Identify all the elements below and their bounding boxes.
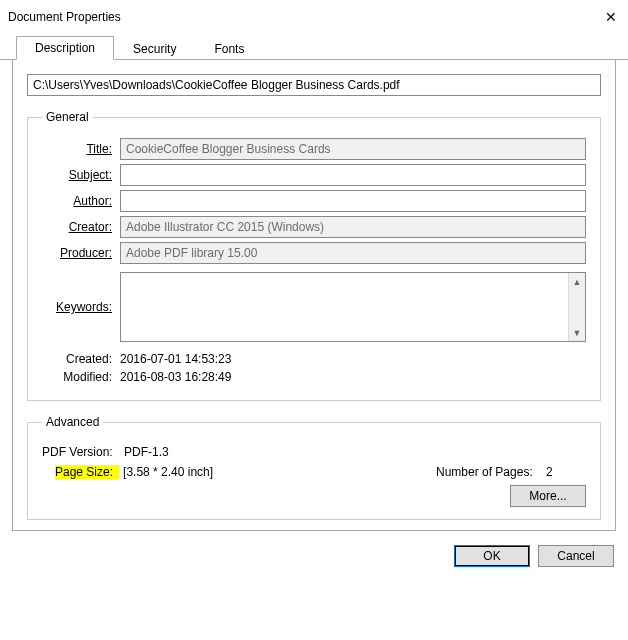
group-advanced: Advanced PDF Version: PDF-1.3 Page Size:… <box>27 415 601 520</box>
label-keywords: Keywords: <box>42 300 120 314</box>
group-general-legend: General <box>42 110 93 124</box>
close-icon[interactable]: ✕ <box>602 8 620 26</box>
value-num-pages: 2 <box>546 465 586 479</box>
label-num-pages: Number of Pages: <box>436 465 546 479</box>
window-title: Document Properties <box>8 10 121 24</box>
group-advanced-legend: Advanced <box>42 415 103 429</box>
producer-field[interactable] <box>120 242 586 264</box>
label-author: Author: <box>42 194 120 208</box>
label-created: Created: <box>42 352 120 366</box>
label-subject: Subject: <box>42 168 120 182</box>
tab-description[interactable]: Description <box>16 36 114 60</box>
label-title: Title: <box>42 142 120 156</box>
label-pdf-version: PDF Version: <box>42 445 124 459</box>
group-general: General Title: Subject: Author: Creator:… <box>27 110 601 401</box>
tab-fonts[interactable]: Fonts <box>195 37 263 60</box>
value-created: 2016-07-01 14:53:23 <box>120 352 586 366</box>
title-field[interactable] <box>120 138 586 160</box>
keywords-field[interactable] <box>120 272 586 342</box>
label-creator: Creator: <box>42 220 120 234</box>
label-producer: Producer: <box>42 246 120 260</box>
subject-field[interactable] <box>120 164 586 186</box>
cancel-button[interactable]: Cancel <box>538 545 614 567</box>
file-path-field[interactable] <box>27 74 601 96</box>
author-field[interactable] <box>120 190 586 212</box>
tabstrip: Description Security Fonts <box>0 28 628 60</box>
creator-field[interactable] <box>120 216 586 238</box>
value-pdf-version: PDF-1.3 <box>124 445 169 459</box>
value-modified: 2016-08-03 16:28:49 <box>120 370 586 384</box>
tab-panel-description: General Title: Subject: Author: Creator:… <box>12 60 616 531</box>
tab-security[interactable]: Security <box>114 37 195 60</box>
ok-button[interactable]: OK <box>454 545 530 567</box>
keywords-scrollbar[interactable]: ▲ ▼ <box>568 273 585 341</box>
more-button[interactable]: More... <box>510 485 586 507</box>
scroll-down-icon[interactable]: ▼ <box>569 324 585 341</box>
value-page-size: [3.58 * 2.40 inch] <box>123 465 213 479</box>
label-page-size: Page Size: <box>55 465 119 479</box>
scroll-up-icon[interactable]: ▲ <box>569 273 585 290</box>
label-modified: Modified: <box>42 370 120 384</box>
